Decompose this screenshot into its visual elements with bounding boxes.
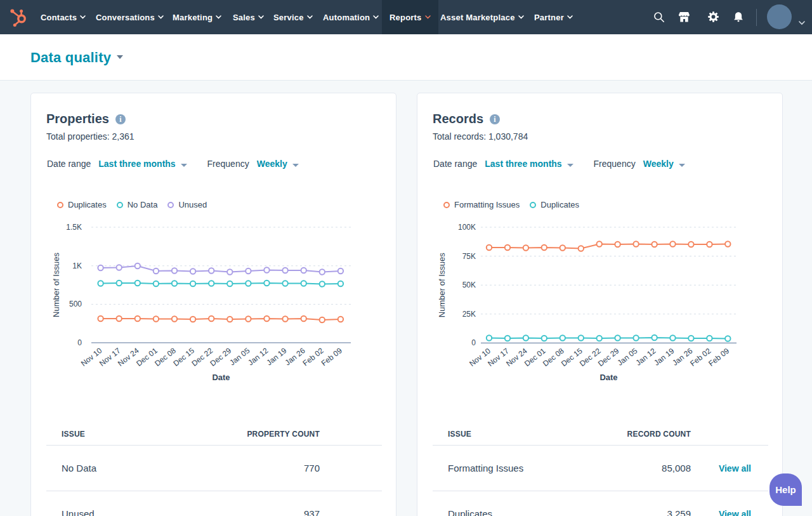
svg-text:Jan 19: Jan 19 <box>652 347 676 367</box>
svg-text:75K: 75K <box>462 252 476 261</box>
svg-text:Date: Date <box>212 373 230 382</box>
svg-text:1.5K: 1.5K <box>66 223 82 232</box>
svg-text:Jan 05: Jan 05 <box>228 346 251 367</box>
svg-text:Jan 05: Jan 05 <box>615 347 639 367</box>
svg-text:Dec 29: Dec 29 <box>596 347 621 369</box>
svg-text:1K: 1K <box>72 261 82 270</box>
svg-text:Jan 12: Jan 12 <box>634 347 657 367</box>
svg-text:25K: 25K <box>462 310 476 319</box>
svg-text:Jan 19: Jan 19 <box>265 346 288 367</box>
svg-text:0: 0 <box>471 338 476 347</box>
svg-text:Feb 09: Feb 09 <box>320 346 344 367</box>
svg-text:50K: 50K <box>462 281 476 289</box>
svg-text:Dec 29: Dec 29 <box>209 346 233 368</box>
svg-text:0: 0 <box>77 338 82 347</box>
svg-text:Number of Issues: Number of Issues <box>51 253 61 317</box>
svg-text:100K: 100K <box>458 223 476 232</box>
svg-text:Number of Issues: Number of Issues <box>438 253 447 317</box>
svg-text:Feb 09: Feb 09 <box>707 347 731 368</box>
svg-text:Jan 12: Jan 12 <box>246 346 270 367</box>
svg-text:Date: Date <box>599 373 617 382</box>
svg-text:500: 500 <box>69 300 82 308</box>
